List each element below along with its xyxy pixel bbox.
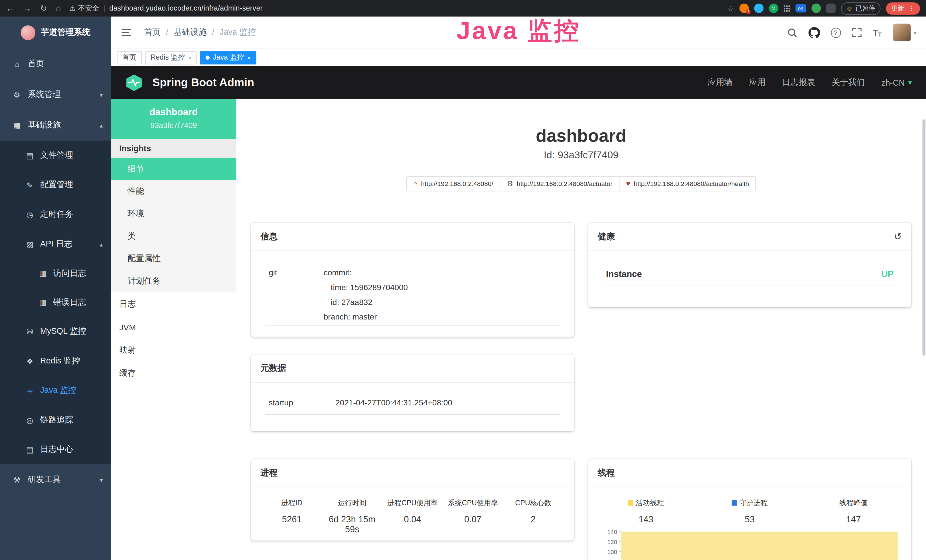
stat-header: 活动线程 <box>635 499 664 507</box>
peak-threads-stat: 线程峰值 147 <box>802 498 905 524</box>
kebab-menu-icon[interactable]: ⋮ <box>908 5 915 12</box>
instance-header[interactable]: dashboard 93a3fc7f7409 <box>111 99 236 139</box>
breadcrumb-infra[interactable]: 基础设施 <box>174 27 207 38</box>
instance-menu-logs[interactable]: 日志 <box>111 292 236 316</box>
instance-menu-details[interactable]: 细节 <box>111 158 236 180</box>
close-icon[interactable]: × <box>188 54 192 61</box>
process-card-title: 进程 <box>260 467 277 478</box>
sidebar-item-access-log[interactable]: ▥ 访问日志 <box>0 259 111 288</box>
puzzle-extension-icon[interactable] <box>826 3 835 13</box>
sidebar-item-label: MySQL 监控 <box>40 326 86 337</box>
breadcrumb-home[interactable]: 首页 <box>144 27 160 38</box>
instance-menu-metrics[interactable]: 性能 <box>111 180 236 203</box>
sidebar-item-label: 链路追踪 <box>40 415 73 425</box>
tags-bar: 首页 Redis 监控 × Java 监控 × <box>111 48 926 66</box>
info-card-title: 信息 <box>260 231 277 242</box>
smiley-icon: ☺ <box>846 5 853 12</box>
paused-badge[interactable]: ☺ 已暂停 <box>841 2 881 14</box>
chevron-down-icon: ▾ <box>908 79 912 87</box>
instance-menu-caches[interactable]: 缓存 <box>111 362 236 384</box>
infra-icon: ▦ <box>12 121 22 130</box>
instance-menu-configprops[interactable]: 配置属性 <box>111 248 236 270</box>
bookmark-star-icon[interactable]: ☆ <box>727 4 734 12</box>
font-size-large-glyph: T <box>873 27 878 37</box>
sidebar-item-dev-tools[interactable]: ⚒ 研发工具 ▾ <box>0 465 111 495</box>
extension-icon[interactable]: V <box>769 3 778 13</box>
security-label: 不安全 <box>78 3 99 13</box>
home-button[interactable]: ⌂ <box>56 3 61 13</box>
status-badge: UP <box>881 269 893 279</box>
forward-button[interactable]: → <box>23 3 31 13</box>
stat-value: 0.07 <box>443 514 503 524</box>
locale-select[interactable]: zh-CN ▾ <box>881 78 912 87</box>
font-size-icon[interactable]: T T <box>873 27 882 37</box>
reload-button[interactable]: ↻ <box>40 3 47 13</box>
search-icon[interactable] <box>787 27 797 37</box>
history-icon[interactable]: ↺ <box>894 231 902 242</box>
address-bar[interactable]: ⚠ 不安全 | dashboard.yudao.iocoder.cn/infra… <box>69 3 727 13</box>
clock-icon: ◷ <box>25 210 35 219</box>
metadata-row: startup 2021-04-27T00:44:31.254+08:00 <box>265 398 560 415</box>
tag-java-monitor[interactable]: Java 监控 × <box>200 51 256 64</box>
tag-label: 首页 <box>123 53 136 62</box>
actuator-url-button[interactable]: ⚙ http://192.168.0.2:48080/actuator <box>500 176 619 191</box>
scrollbar-thumb[interactable] <box>923 119 925 356</box>
health-instance-label: Instance <box>606 269 642 279</box>
help-icon[interactable]: ? <box>831 27 841 37</box>
fullscreen-icon[interactable] <box>852 28 861 37</box>
sidebar-item-mysql-monitor[interactable]: ⛁ MySQL 监控 <box>0 317 111 346</box>
sidebar-item-scheduled-jobs[interactable]: ◷ 定时任务 <box>0 200 111 229</box>
sidebar-item-redis-monitor[interactable]: ❖ Redis 监控 <box>0 346 111 376</box>
tag-home[interactable]: 首页 <box>117 51 142 64</box>
sidebar-item-error-log[interactable]: ▥ 错误日志 <box>0 288 111 316</box>
sidebar-item-java-monitor[interactable]: ☕ Java 监控 <box>0 376 111 406</box>
sba-nav-applications[interactable]: 应用 <box>749 77 766 88</box>
y-tick-100: 100 <box>607 549 617 555</box>
service-url-button[interactable]: ⌂ http://192.168.0.2:48080/ <box>406 176 500 191</box>
extension-icon[interactable] <box>754 3 763 13</box>
sidebar-item-label: 首页 <box>28 59 44 69</box>
health-instance-row[interactable]: Instance UP <box>602 269 897 285</box>
sidebar-item-config-manage[interactable]: ✎ 配置管理 <box>0 170 111 200</box>
sidebar-item-file-manage[interactable]: ▤ 文件管理 <box>0 141 111 170</box>
sidebar-item-system[interactable]: ⚙ 系统管理 ▾ <box>0 79 111 110</box>
tag-label: Redis 监控 <box>151 53 185 62</box>
user-menu[interactable]: ▾ <box>893 24 917 41</box>
extension-on-icon[interactable]: on <box>795 4 806 12</box>
sba-brand[interactable]: Spring Boot Admin <box>152 76 254 89</box>
sidebar-item-label: 基础设施 <box>28 120 61 130</box>
stat-header: 系统CPU使用率 <box>443 498 503 508</box>
instance-menu-classes[interactable]: 类 <box>111 225 236 248</box>
sidebar-item-infra[interactable]: ▦ 基础设施 ▴ <box>0 110 111 141</box>
extension-icon[interactable]: 1 <box>739 3 749 13</box>
app-logo[interactable]: 芋道管理系统 <box>0 17 111 48</box>
sidebar-item-api-log[interactable]: ▨ API 日志 ▴ <box>0 229 111 259</box>
instance-menu-env[interactable]: 环境 <box>111 203 236 225</box>
back-button[interactable]: ← <box>6 3 14 13</box>
instance-menu-jvm[interactable]: JVM <box>111 316 236 339</box>
health-url-button[interactable]: ♥ http://192.168.0.2:48080/actuator/heal… <box>619 176 756 191</box>
sidebar-toggle-icon[interactable] <box>120 27 132 38</box>
tag-redis-monitor[interactable]: Redis 监控 × <box>145 51 197 64</box>
git-time-line: time: 1596289704000 <box>324 280 408 295</box>
avatar[interactable] <box>893 24 911 41</box>
tag-label: Java 监控 <box>213 53 244 62</box>
sba-nav-about[interactable]: 关于我们 <box>832 77 865 88</box>
sidebar-submenu-infra: ▤ 文件管理 ✎ 配置管理 ◷ 定时任务 ▨ API 日志 ▴ ▥ <box>0 141 111 465</box>
live-threads-stat: 活动线程 143 <box>594 498 698 524</box>
sba-nav-wallboard[interactable]: 应用墙 <box>708 77 732 88</box>
github-icon[interactable] <box>808 27 819 38</box>
extension-icon[interactable] <box>811 3 821 13</box>
update-label: 更新 <box>891 4 904 12</box>
sba-nav-journal[interactable]: 日志报表 <box>782 77 815 88</box>
update-button[interactable]: 更新 ⋮ <box>886 2 920 14</box>
instance-menu-mappings[interactable]: 映射 <box>111 339 236 362</box>
sidebar-item-home[interactable]: ⌂ 首页 <box>0 48 111 79</box>
metadata-card-title: 元数据 <box>260 363 286 374</box>
instance-menu-scheduled[interactable]: 计划任务 <box>111 270 236 292</box>
close-icon[interactable]: × <box>247 54 251 61</box>
extensions-menu-icon[interactable] <box>784 5 790 12</box>
sidebar-item-label: 错误日志 <box>53 297 86 307</box>
sidebar-item-log-center[interactable]: ▤ 日志中心 <box>0 435 111 465</box>
sidebar-item-trace[interactable]: ◎ 链路追踪 <box>0 406 111 435</box>
